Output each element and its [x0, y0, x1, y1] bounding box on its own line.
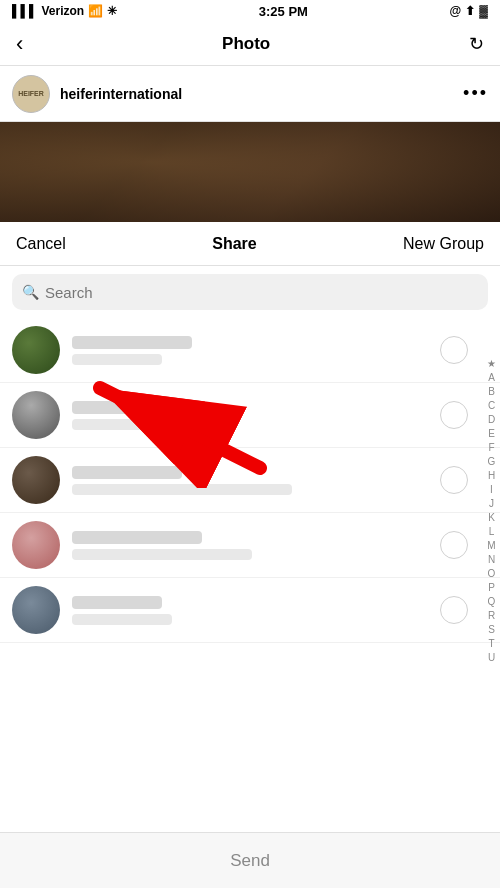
contact-info [72, 401, 428, 430]
contact-info [72, 336, 428, 365]
avatar [12, 456, 60, 504]
account-name: heiferinternational [60, 86, 453, 102]
alpha-P[interactable]: P [488, 581, 495, 594]
nav-bar: ‹ Photo ↻ [0, 22, 500, 66]
carrier-label: Verizon [42, 4, 85, 18]
alpha-U[interactable]: U [488, 651, 495, 664]
alpha-S[interactable]: S [488, 623, 495, 636]
alpha-D[interactable]: D [488, 413, 495, 426]
search-bar: 🔍 [12, 274, 488, 310]
alpha-H[interactable]: H [488, 469, 495, 482]
contact-sub-blur [72, 419, 212, 430]
battery-icon: ▓ [479, 4, 488, 18]
more-options-button[interactable]: ••• [463, 83, 488, 104]
new-group-button[interactable]: New Group [403, 235, 484, 253]
account-row: HEIFER heiferinternational ••• [0, 66, 500, 122]
alpha-F[interactable]: F [488, 441, 494, 454]
at-icon: @ [450, 4, 462, 18]
send-bar: Send [0, 832, 500, 888]
search-icon: 🔍 [22, 284, 39, 300]
alpha-G[interactable]: G [488, 455, 496, 468]
wifi-icon: 📶 [88, 4, 103, 18]
alpha-A[interactable]: A [488, 371, 495, 384]
contact-info [72, 466, 428, 495]
photo-banner [0, 122, 500, 222]
status-right-icons: @ ⬆ ▓ [450, 4, 488, 18]
alpha-J[interactable]: J [489, 497, 494, 510]
alpha-E[interactable]: E [488, 427, 495, 440]
select-radio[interactable] [440, 531, 468, 559]
alpha-L[interactable]: L [489, 525, 495, 538]
search-container: 🔍 [0, 266, 500, 318]
select-radio[interactable] [440, 596, 468, 624]
alpha-N[interactable]: N [488, 553, 495, 566]
signal-icon: ▌▌▌ [12, 4, 38, 18]
account-avatar: HEIFER [12, 75, 50, 113]
list-item[interactable] [0, 448, 500, 513]
brightness-icon: ✳ [107, 4, 117, 18]
list-item[interactable] [0, 318, 500, 383]
contact-name-blur [72, 596, 162, 609]
status-carrier: ▌▌▌ Verizon 📶 ✳ [12, 4, 117, 18]
avatar [12, 521, 60, 569]
contact-name-blur [72, 401, 172, 414]
status-time: 3:25 PM [259, 4, 308, 19]
select-radio[interactable] [440, 336, 468, 364]
alphabet-sidebar: ★ A B C D E F G H I J K L M N O P Q R S … [483, 355, 500, 666]
share-toolbar: Cancel Share New Group [0, 222, 500, 266]
contact-info [72, 531, 428, 560]
share-title: Share [212, 235, 256, 253]
select-radio[interactable] [440, 401, 468, 429]
contact-sub-blur [72, 354, 162, 365]
refresh-button[interactable]: ↻ [469, 33, 484, 55]
contact-list [0, 318, 500, 643]
select-radio[interactable] [440, 466, 468, 494]
list-item[interactable] [0, 578, 500, 643]
avatar [12, 326, 60, 374]
alpha-O[interactable]: O [488, 567, 496, 580]
avatar [12, 391, 60, 439]
alpha-I[interactable]: I [490, 483, 493, 496]
send-button[interactable]: Send [230, 851, 270, 871]
contact-info [72, 596, 428, 625]
contact-name-blur [72, 336, 192, 349]
list-item[interactable] [0, 513, 500, 578]
nav-title: Photo [222, 34, 270, 54]
photo-banner-overlay [0, 122, 500, 222]
contact-sub-blur [72, 614, 172, 625]
alpha-T[interactable]: T [488, 637, 494, 650]
list-item[interactable] [0, 383, 500, 448]
alpha-B[interactable]: B [488, 385, 495, 398]
avatar [12, 586, 60, 634]
alpha-M[interactable]: M [487, 539, 495, 552]
alpha-K[interactable]: K [488, 511, 495, 524]
back-button[interactable]: ‹ [16, 31, 23, 57]
location-icon: ⬆ [465, 4, 475, 18]
contact-name-blur [72, 466, 182, 479]
cancel-button[interactable]: Cancel [16, 235, 66, 253]
search-input[interactable] [45, 284, 478, 301]
status-bar: ▌▌▌ Verizon 📶 ✳ 3:25 PM @ ⬆ ▓ [0, 0, 500, 22]
alpha-Q[interactable]: Q [488, 595, 496, 608]
contact-sub-blur [72, 484, 292, 495]
contact-sub-blur [72, 549, 252, 560]
alpha-R[interactable]: R [488, 609, 495, 622]
alpha-C[interactable]: C [488, 399, 495, 412]
contact-name-blur [72, 531, 202, 544]
alpha-star[interactable]: ★ [487, 357, 496, 370]
